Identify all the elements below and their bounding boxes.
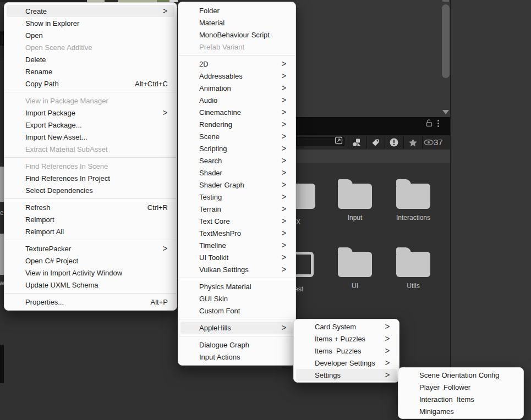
- menu-item-addressables[interactable]: Addressables>: [180, 70, 293, 82]
- menu-item-copy-path[interactable]: Copy PathAlt+Ctrl+C: [7, 78, 174, 90]
- menu-item-settings[interactable]: Settings>: [296, 369, 397, 381]
- scrollbar-down-arrow[interactable]: [442, 110, 449, 114]
- menu-item-scene-orientation-config[interactable]: Scene Orientation Config: [401, 369, 521, 381]
- menu-item-player-follower[interactable]: Player Follower: [401, 381, 521, 393]
- chevron-right-icon: >: [385, 359, 390, 367]
- menu-item-export-package[interactable]: Export Package...: [7, 119, 174, 131]
- menu-item-delete[interactable]: Delete: [7, 53, 174, 65]
- menu-item-show-in-explorer[interactable]: Show in Explorer: [7, 17, 174, 29]
- menu-item-reimport-all[interactable]: Reimport All: [7, 225, 174, 237]
- folder-interactions[interactable]: Interactions: [380, 176, 446, 226]
- menu-item-texturepacker[interactable]: TexturePacker>: [7, 242, 174, 255]
- menu-item-gui-skin[interactable]: GUI Skin: [180, 292, 293, 305]
- kebab-menu-icon[interactable]: [436, 119, 440, 128]
- visibility-eye-icon[interactable]: [423, 137, 434, 148]
- menu-item-label: Animation: [199, 84, 231, 92]
- menu-item-testing[interactable]: Testing>: [180, 191, 293, 203]
- menu-item-find-references-in-project[interactable]: Find References In Project: [7, 172, 174, 184]
- menu-item-import-new-asset[interactable]: Import New Asset...: [7, 131, 174, 143]
- toolbar-separator: [422, 136, 423, 148]
- chevron-right-icon: >: [281, 217, 287, 225]
- folder-icon: [396, 184, 430, 209]
- menu-item-physics-material[interactable]: Physics Material: [180, 280, 293, 292]
- chevron-right-icon: >: [281, 72, 287, 80]
- menu-item-reimport[interactable]: Reimport: [7, 213, 174, 225]
- menu-item-folder[interactable]: Folder: [180, 4, 293, 16]
- menu-item-search[interactable]: Search>: [180, 154, 293, 167]
- menu-item-label: TextMeshPro: [199, 229, 241, 237]
- scrollbar-thumb[interactable]: [442, 4, 450, 78]
- menu-item-card-system[interactable]: Card System>: [296, 320, 397, 333]
- menu-item-label: Folder: [199, 7, 220, 15]
- menu-item-label: Player Follower: [419, 383, 470, 391]
- menu-item-scripting[interactable]: Scripting>: [180, 142, 293, 154]
- menu-item-shortcut: Alt+Ctrl+C: [135, 80, 168, 88]
- menu-item-audio[interactable]: Audio>: [180, 94, 293, 106]
- chevron-right-icon: >: [162, 245, 168, 253]
- menu-item-open[interactable]: Open: [7, 29, 174, 41]
- menu-item-custom-font[interactable]: Custom Font: [180, 305, 293, 317]
- menu-item-label: Open C# Project: [25, 257, 78, 265]
- menu-item-shader[interactable]: Shader>: [180, 167, 293, 179]
- menu-item-applehills[interactable]: AppleHills>: [180, 322, 293, 334]
- menu-item-label: Update UXML Schema: [25, 281, 98, 289]
- filter-by-type-icon[interactable]: [351, 137, 362, 148]
- menu-item-create[interactable]: Create>: [7, 5, 174, 17]
- menu-item-update-uxml-schema[interactable]: Update UXML Schema: [7, 279, 174, 291]
- expand-search-icon[interactable]: [335, 136, 343, 147]
- menu-item-label: Reimport All: [25, 228, 64, 236]
- menu-item-timeline[interactable]: Timeline>: [180, 239, 293, 251]
- menu-item-label: Create: [25, 7, 47, 15]
- menu-item-scene[interactable]: Scene>: [180, 130, 293, 142]
- menu-item-view-in-import-activity-window[interactable]: View in Import Activity Window: [7, 267, 174, 279]
- menu-item-cinemachine[interactable]: Cinemachine>: [180, 106, 293, 118]
- menu-item-open-scene-additive: Open Scene Additive: [7, 41, 174, 53]
- menu-item-view-in-package-manager: View in Package Manager: [7, 95, 174, 107]
- unlock-icon[interactable]: [424, 118, 434, 130]
- chevron-right-icon: >: [281, 241, 287, 250]
- menu-item-properties[interactable]: Properties...Alt+P: [7, 296, 174, 308]
- menu-item-shader-graph[interactable]: Shader Graph>: [180, 179, 293, 191]
- menu-item-monobehaviour-script[interactable]: MonoBehaviour Script: [180, 29, 293, 41]
- hidden-packages-icon[interactable]: [388, 137, 399, 148]
- menu-item-2d[interactable]: 2D>: [180, 58, 293, 70]
- chevron-right-icon: >: [162, 7, 168, 15]
- folder-ui[interactable]: UI: [322, 244, 388, 295]
- chevron-right-icon: >: [281, 84, 287, 92]
- menu-item-terrain[interactable]: Terrain>: [180, 203, 293, 215]
- menu-item-items-puzzles[interactable]: Items + Puzzles>: [296, 333, 397, 345]
- menu-item-rename[interactable]: Rename: [7, 65, 174, 78]
- menu-item-label: Text Core: [199, 217, 230, 225]
- chevron-right-icon: >: [281, 157, 287, 165]
- menu-item-label: Select Dependencies: [25, 186, 93, 195]
- search-input[interactable]: [294, 137, 344, 146]
- menu-item-items-puzzles[interactable]: Items Puzzles>: [296, 345, 397, 357]
- menu-item-vulkan-settings[interactable]: Vulkan Settings>: [180, 263, 293, 275]
- menu-item-interaction-items[interactable]: Interaction Items: [401, 393, 521, 405]
- folder-label: Interactions: [396, 214, 430, 222]
- menu-item-rendering[interactable]: Rendering>: [180, 118, 293, 130]
- menu-item-dialogue-graph[interactable]: Dialogue Graph: [180, 339, 293, 351]
- menu-item-refresh[interactable]: RefreshCtrl+R: [7, 201, 174, 213]
- menu-item-ui-toolkit[interactable]: UI Toolkit>: [180, 251, 293, 263]
- folder-icon: [338, 184, 372, 209]
- folder-input[interactable]: Input: [322, 176, 388, 226]
- menu-item-text-core[interactable]: Text Core>: [180, 215, 293, 227]
- menu-item-animation[interactable]: Animation>: [180, 82, 293, 94]
- menu-item-input-actions[interactable]: Input Actions: [180, 351, 293, 363]
- favorites-star-icon[interactable]: [407, 137, 418, 148]
- menu-item-import-package[interactable]: Import Package>: [7, 107, 174, 119]
- menu-item-minigames[interactable]: Minigames: [401, 405, 521, 417]
- menu-item-label: Material: [199, 19, 225, 27]
- menu-item-label: Vulkan Settings: [199, 266, 249, 274]
- filter-by-label-icon[interactable]: [370, 137, 381, 148]
- menu-item-material[interactable]: Material: [180, 16, 293, 29]
- menu-item-label: Settings: [315, 371, 341, 379]
- menu-item-select-dependencies[interactable]: Select Dependencies: [7, 184, 174, 196]
- chevron-right-icon: >: [385, 323, 390, 331]
- menu-item-developer-settings[interactable]: Developer Settings>: [296, 357, 397, 369]
- menu-item-open-c-project[interactable]: Open C# Project: [7, 255, 174, 267]
- folder-utils[interactable]: Utils: [380, 244, 446, 295]
- chevron-right-icon: >: [281, 193, 287, 201]
- menu-item-textmeshpro[interactable]: TextMeshPro>: [180, 227, 293, 239]
